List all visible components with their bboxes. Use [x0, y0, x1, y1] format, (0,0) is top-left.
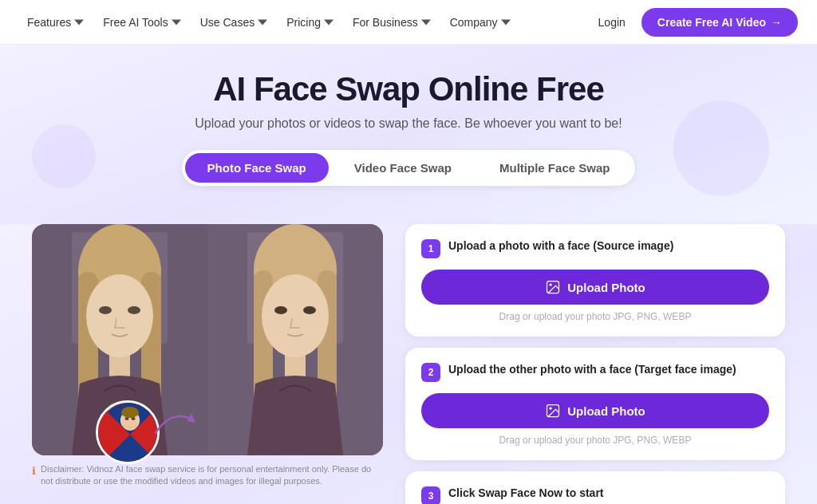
- svg-point-17: [303, 306, 316, 314]
- preview-images: [32, 224, 383, 455]
- svg-point-24: [132, 417, 136, 420]
- step-3-title: Click Swap Face Now to start: [448, 486, 604, 502]
- tab-video-face-swap[interactable]: Video Face Swap: [332, 153, 474, 183]
- svg-point-8: [128, 306, 140, 314]
- step-3-number: 3: [421, 486, 440, 504]
- step-1-card: 1 Upload a photo with a face (Source ima…: [405, 224, 785, 337]
- upload-steps: 1 Upload a photo with a face (Source ima…: [405, 224, 785, 504]
- source-avatar-overlay: [96, 400, 160, 464]
- step-1-title: Upload a photo with a face (Source image…: [448, 238, 673, 254]
- step-1-number: 1: [421, 239, 440, 258]
- navigation: Features Free AI Tools Use Cases Pricing…: [0, 0, 817, 45]
- create-free-ai-video-button[interactable]: Create Free AI Video →: [641, 8, 798, 37]
- upload-hint-2: Drag or upload your photo JPG, PNG, WEBP: [421, 435, 769, 446]
- step-2-number: 2: [421, 363, 440, 382]
- step-2-card: 2 Upload the other photo with a face (Ta…: [405, 348, 785, 460]
- step-3-card: 3 Click Swap Face Now to start Swap Face…: [405, 471, 785, 504]
- upload-photo-2-button[interactable]: Upload Photo: [421, 393, 769, 428]
- upload-photo-2-label: Upload Photo: [567, 404, 645, 418]
- disclaimer-icon: ℹ: [32, 464, 36, 478]
- svg-point-7: [99, 306, 112, 314]
- hero-subtitle: Upload your photos or videos to swap the…: [19, 116, 798, 131]
- svg-point-22: [121, 407, 139, 418]
- preview-panel: ℹ Disclaimer: Vidnoz AI face swap servic…: [32, 224, 383, 488]
- disclaimer-text: Disclaimer: Vidnoz AI face swap service …: [41, 463, 383, 488]
- step-2-title: Upload the other photo with a face (Targ…: [448, 362, 736, 378]
- main-content: ℹ Disclaimer: Vidnoz AI face swap servic…: [0, 224, 817, 504]
- swap-arrow: [152, 405, 199, 440]
- nav-item-company[interactable]: Company: [442, 10, 519, 35]
- nav-item-features[interactable]: Features: [19, 10, 92, 35]
- disclaimer: ℹ Disclaimer: Vidnoz AI face swap servic…: [32, 463, 383, 488]
- svg-point-16: [274, 306, 287, 314]
- hero-section: AI Face Swap Online Free Upload your pho…: [0, 45, 817, 224]
- nav-item-pricing[interactable]: Pricing: [278, 10, 341, 35]
- upload-photo-1-button[interactable]: Upload Photo: [421, 270, 769, 305]
- svg-point-29: [550, 407, 552, 409]
- svg-point-6: [86, 274, 153, 357]
- nav-item-for-business[interactable]: For Business: [345, 10, 439, 35]
- nav-item-free-ai-tools[interactable]: Free AI Tools: [95, 10, 188, 35]
- login-button[interactable]: Login: [586, 10, 638, 35]
- upload-photo-1-label: Upload Photo: [567, 281, 645, 294]
- upload-hint-1: Drag or upload your photo JPG, PNG, WEBP: [421, 311, 769, 322]
- svg-point-23: [125, 417, 129, 420]
- nav-item-use-cases[interactable]: Use Cases: [192, 10, 275, 35]
- tab-group: Photo Face Swap Video Face Swap Multiple…: [182, 150, 636, 186]
- tab-photo-face-swap[interactable]: Photo Face Swap: [185, 153, 329, 183]
- svg-point-15: [262, 274, 329, 357]
- target-image-preview: [207, 224, 383, 455]
- tab-multiple-face-swap[interactable]: Multiple Face Swap: [477, 153, 632, 183]
- svg-point-27: [550, 283, 552, 285]
- page-title: AI Face Swap Online Free: [19, 70, 798, 108]
